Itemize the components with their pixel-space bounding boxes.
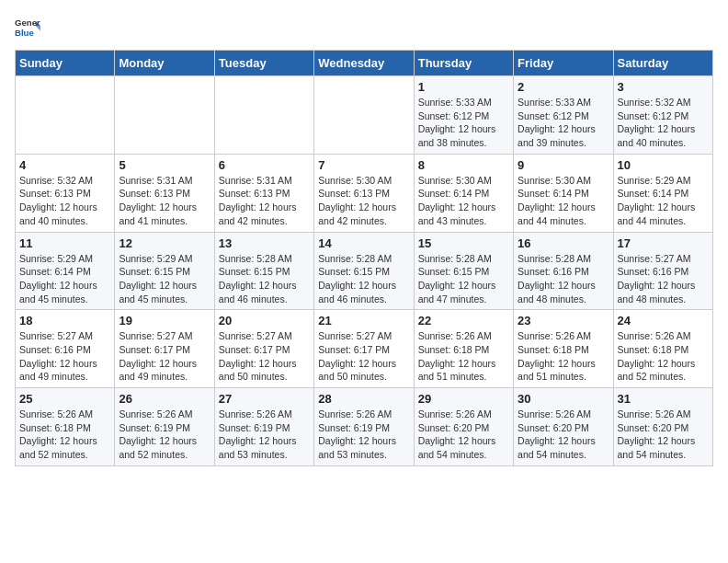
day-number: 12 [119,236,210,250]
day-detail: Sunrise: 5:26 AM Sunset: 6:20 PM Dayligh… [418,408,509,462]
calendar-cell: 25Sunrise: 5:26 AM Sunset: 6:18 PM Dayli… [16,388,115,466]
day-detail: Sunrise: 5:33 AM Sunset: 6:12 PM Dayligh… [418,96,509,150]
calendar-cell: 4Sunrise: 5:32 AM Sunset: 6:13 PM Daylig… [16,154,115,232]
calendar-cell: 22Sunrise: 5:26 AM Sunset: 6:18 PM Dayli… [414,310,513,388]
weekday-wednesday: Wednesday [314,51,414,76]
day-detail: Sunrise: 5:26 AM Sunset: 6:18 PM Dayligh… [518,329,609,384]
day-detail: Sunrise: 5:28 AM Sunset: 6:15 PM Dayligh… [219,252,310,306]
calendar-cell: 16Sunrise: 5:28 AM Sunset: 6:16 PM Dayli… [514,232,613,310]
day-detail: Sunrise: 5:30 AM Sunset: 6:13 PM Dayligh… [318,174,409,228]
logo-icon: General Blue [15,15,40,40]
day-number: 8 [418,158,509,172]
day-number: 13 [219,236,310,250]
day-number: 29 [418,392,509,406]
calendar-cell: 27Sunrise: 5:26 AM Sunset: 6:19 PM Dayli… [214,388,313,466]
day-detail: Sunrise: 5:26 AM Sunset: 6:19 PM Dayligh… [119,408,210,462]
calendar-cell: 20Sunrise: 5:27 AM Sunset: 6:17 PM Dayli… [214,310,313,388]
day-number: 27 [219,392,310,406]
day-detail: Sunrise: 5:32 AM Sunset: 6:12 PM Dayligh… [618,96,709,150]
calendar-cell: 10Sunrise: 5:29 AM Sunset: 6:14 PM Dayli… [613,154,712,232]
calendar-cell: 5Sunrise: 5:31 AM Sunset: 6:13 PM Daylig… [115,154,214,232]
weekday-header-row: SundayMondayTuesdayWednesdayThursdayFrid… [16,51,713,76]
calendar-cell: 19Sunrise: 5:27 AM Sunset: 6:17 PM Dayli… [115,310,214,388]
day-number: 6 [219,158,310,172]
day-number: 25 [19,392,110,406]
day-detail: Sunrise: 5:27 AM Sunset: 6:17 PM Dayligh… [119,329,210,384]
calendar-cell: 26Sunrise: 5:26 AM Sunset: 6:19 PM Dayli… [115,388,214,466]
day-number: 24 [618,314,709,327]
day-number: 26 [119,392,210,406]
day-detail: Sunrise: 5:30 AM Sunset: 6:14 PM Dayligh… [418,174,509,228]
day-number: 11 [19,236,110,250]
calendar-cell: 28Sunrise: 5:26 AM Sunset: 6:19 PM Dayli… [314,388,414,466]
calendar-cell: 30Sunrise: 5:26 AM Sunset: 6:20 PM Dayli… [514,388,613,466]
calendar-table: SundayMondayTuesdayWednesdayThursdayFrid… [15,50,713,466]
calendar-cell: 11Sunrise: 5:29 AM Sunset: 6:14 PM Dayli… [16,232,115,310]
day-number: 22 [418,314,509,327]
day-number: 5 [119,158,210,172]
calendar-cell: 14Sunrise: 5:28 AM Sunset: 6:15 PM Dayli… [314,232,414,310]
day-detail: Sunrise: 5:27 AM Sunset: 6:16 PM Dayligh… [19,329,110,384]
calendar-cell: 9Sunrise: 5:30 AM Sunset: 6:14 PM Daylig… [514,154,613,232]
day-number: 30 [518,392,609,406]
day-number: 31 [618,392,709,406]
page-header: General Blue [15,15,713,40]
calendar-cell: 17Sunrise: 5:27 AM Sunset: 6:16 PM Dayli… [613,232,712,310]
calendar-cell: 13Sunrise: 5:28 AM Sunset: 6:15 PM Dayli… [214,232,313,310]
weekday-tuesday: Tuesday [214,51,313,76]
day-detail: Sunrise: 5:30 AM Sunset: 6:14 PM Dayligh… [518,174,609,228]
day-number: 19 [119,314,210,327]
calendar-cell [214,76,313,155]
day-detail: Sunrise: 5:26 AM Sunset: 6:19 PM Dayligh… [318,408,409,462]
day-detail: Sunrise: 5:26 AM Sunset: 6:18 PM Dayligh… [618,329,709,384]
weekday-friday: Friday [514,51,613,76]
calendar-cell: 8Sunrise: 5:30 AM Sunset: 6:14 PM Daylig… [414,154,513,232]
day-number: 3 [618,80,709,94]
weekday-thursday: Thursday [414,51,513,76]
day-detail: Sunrise: 5:29 AM Sunset: 6:14 PM Dayligh… [19,252,110,306]
day-detail: Sunrise: 5:26 AM Sunset: 6:19 PM Dayligh… [219,408,310,462]
day-detail: Sunrise: 5:27 AM Sunset: 6:17 PM Dayligh… [219,329,310,384]
week-row-3: 11Sunrise: 5:29 AM Sunset: 6:14 PM Dayli… [16,232,713,310]
calendar-body: 1Sunrise: 5:33 AM Sunset: 6:12 PM Daylig… [16,76,713,466]
day-number: 4 [19,158,110,172]
weekday-sunday: Sunday [16,51,115,76]
day-number: 10 [618,158,709,172]
calendar-cell [115,76,214,155]
week-row-1: 1Sunrise: 5:33 AM Sunset: 6:12 PM Daylig… [16,76,713,155]
day-number: 23 [518,314,609,327]
calendar-cell: 18Sunrise: 5:27 AM Sunset: 6:16 PM Dayli… [16,310,115,388]
calendar-cell: 24Sunrise: 5:26 AM Sunset: 6:18 PM Dayli… [613,310,712,388]
day-number: 18 [19,314,110,327]
day-number: 9 [518,158,609,172]
day-detail: Sunrise: 5:28 AM Sunset: 6:15 PM Dayligh… [418,252,509,306]
day-number: 15 [418,236,509,250]
day-number: 28 [318,392,409,406]
day-detail: Sunrise: 5:31 AM Sunset: 6:13 PM Dayligh… [119,174,210,228]
calendar-cell: 29Sunrise: 5:26 AM Sunset: 6:20 PM Dayli… [414,388,513,466]
day-number: 20 [219,314,310,327]
calendar-cell: 3Sunrise: 5:32 AM Sunset: 6:12 PM Daylig… [613,76,712,155]
calendar-cell: 15Sunrise: 5:28 AM Sunset: 6:15 PM Dayli… [414,232,513,310]
day-number: 14 [318,236,409,250]
week-row-5: 25Sunrise: 5:26 AM Sunset: 6:18 PM Dayli… [16,388,713,466]
calendar-cell: 7Sunrise: 5:30 AM Sunset: 6:13 PM Daylig… [314,154,414,232]
calendar-header: SundayMondayTuesdayWednesdayThursdayFrid… [16,51,713,76]
day-detail: Sunrise: 5:33 AM Sunset: 6:12 PM Dayligh… [518,96,609,150]
day-detail: Sunrise: 5:28 AM Sunset: 6:16 PM Dayligh… [518,252,609,306]
calendar-cell: 2Sunrise: 5:33 AM Sunset: 6:12 PM Daylig… [514,76,613,155]
day-detail: Sunrise: 5:26 AM Sunset: 6:18 PM Dayligh… [19,408,110,462]
calendar-cell: 1Sunrise: 5:33 AM Sunset: 6:12 PM Daylig… [414,76,513,155]
calendar-cell: 21Sunrise: 5:27 AM Sunset: 6:17 PM Dayli… [314,310,414,388]
day-detail: Sunrise: 5:27 AM Sunset: 6:16 PM Dayligh… [618,252,709,306]
week-row-4: 18Sunrise: 5:27 AM Sunset: 6:16 PM Dayli… [16,310,713,388]
calendar-cell: 31Sunrise: 5:26 AM Sunset: 6:20 PM Dayli… [613,388,712,466]
day-detail: Sunrise: 5:29 AM Sunset: 6:14 PM Dayligh… [618,174,709,228]
calendar-cell [16,76,115,155]
day-detail: Sunrise: 5:32 AM Sunset: 6:13 PM Dayligh… [19,174,110,228]
logo: General Blue [15,15,40,40]
day-number: 7 [318,158,409,172]
weekday-monday: Monday [115,51,214,76]
calendar-cell [314,76,414,155]
day-detail: Sunrise: 5:26 AM Sunset: 6:20 PM Dayligh… [518,408,609,462]
